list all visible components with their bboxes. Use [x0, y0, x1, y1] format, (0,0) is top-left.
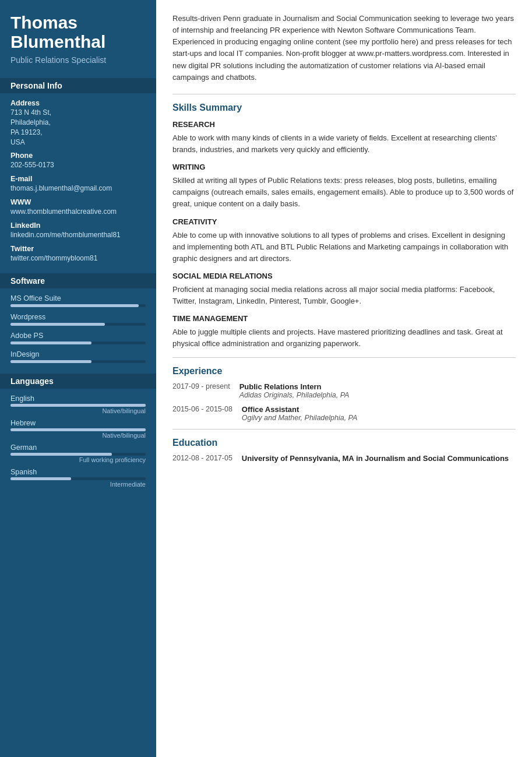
software-item: InDesign: [10, 350, 146, 363]
software-item: Wordpress: [10, 313, 146, 326]
candidate-title: Public Relations Specialist: [10, 55, 146, 65]
software-bar-fill: [10, 323, 105, 326]
personal-info-label: WWW: [10, 198, 146, 206]
language-bar-fill: [10, 404, 146, 407]
personal-info-item: WWWwww.thomblumenthalcreative.com: [10, 198, 146, 217]
sidebar: Thomas Blumenthal Public Relations Speci…: [0, 0, 156, 757]
skills-list: RESEARCH Able to work with many kinds of…: [172, 120, 516, 350]
language-bar-bg: [10, 404, 146, 407]
divider-2: [172, 357, 516, 358]
personal-info-label: LinkedIn: [10, 221, 146, 230]
skill-title: CREATIVITY: [172, 217, 516, 226]
language-name: English: [10, 395, 146, 403]
software-items: MS Office Suite Wordpress Adobe PS InDes…: [10, 294, 146, 363]
software-name: Adobe PS: [10, 332, 146, 340]
personal-info-label: Phone: [10, 152, 146, 160]
language-bar-fill: [10, 428, 146, 431]
personal-info-item: E-mailthomas.j.blumenthal@gmail.com: [10, 175, 146, 193]
language-name: German: [10, 443, 146, 452]
software-item: MS Office Suite: [10, 294, 146, 307]
experience-company: Ogilvy and Mather, Philadelphia, PA: [242, 414, 358, 422]
divider-1: [172, 94, 516, 94]
language-items: English Native/bilingual Hebrew Native/b…: [10, 395, 146, 488]
main-content: Results-driven Penn graduate in Journali…: [156, 0, 532, 757]
personal-info-label: Address: [10, 99, 146, 107]
language-bar-fill: [10, 477, 71, 480]
language-name: Hebrew: [10, 419, 146, 427]
software-name: InDesign: [10, 350, 146, 358]
experience-detail: Office Assistant Ogilvy and Mather, Phil…: [242, 405, 358, 422]
language-level: Intermediate: [10, 481, 146, 488]
personal-info-header: Personal Info: [0, 78, 156, 93]
software-bar-bg: [10, 304, 146, 307]
personal-info-item: Phone202-555-0173: [10, 152, 146, 170]
skill-section: SOCIAL MEDIA RELATIONS Proficient at man…: [172, 272, 516, 307]
software-bar-bg: [10, 360, 146, 363]
personal-info-value: twitter.com/thommybloom81: [10, 253, 146, 263]
experience-date: 2017-09 - present: [172, 382, 230, 399]
skills-summary-title: Skills Summary: [172, 103, 516, 113]
skill-section: WRITING Skilled at writing all types of …: [172, 163, 516, 210]
experience-row: 2015-06 - 2015-08 Office Assistant Ogilv…: [172, 405, 516, 422]
experience-date: 2015-06 - 2015-08: [172, 405, 232, 422]
personal-info-label: E-mail: [10, 175, 146, 183]
personal-info-item: LinkedInlinkedin.com/me/thomblumenthal81: [10, 221, 146, 240]
software-name: MS Office Suite: [10, 294, 146, 302]
software-item: Adobe PS: [10, 332, 146, 344]
software-name: Wordpress: [10, 313, 146, 321]
language-level: Full working proficiency: [10, 456, 146, 463]
divider-3: [172, 429, 516, 429]
language-item: English Native/bilingual: [10, 395, 146, 414]
education-row: 2012-08 - 2017-05 University of Pennsylv…: [172, 454, 516, 463]
skill-title: WRITING: [172, 163, 516, 171]
skill-desc: Proficient at managing social media rela…: [172, 284, 516, 307]
experience-row: 2017-09 - present Public Relations Inter…: [172, 382, 516, 399]
languages-section: Languages English Native/bilingual Hebre…: [10, 374, 146, 488]
languages-header: Languages: [0, 374, 156, 389]
language-item: German Full working proficiency: [10, 443, 146, 463]
education-date: 2012-08 - 2017-05: [172, 454, 232, 463]
personal-info-value: linkedin.com/me/thomblumenthal81: [10, 230, 146, 240]
personal-info-item: Twittertwitter.com/thommybloom81: [10, 245, 146, 263]
skill-title: SOCIAL MEDIA RELATIONS: [172, 272, 516, 280]
skill-desc: Able to come up with innovative solution…: [172, 230, 516, 265]
experience-title-text: Public Relations Intern: [239, 382, 350, 391]
language-level: Native/bilingual: [10, 432, 146, 439]
personal-info-value: 713 N 4th St,Philadelphia,PA 19123,USA: [10, 108, 146, 147]
software-bar-fill: [10, 360, 91, 363]
skill-section: CREATIVITY Able to come up with innovati…: [172, 217, 516, 265]
skill-section: TIME MANAGEMENT Able to juggle multiple …: [172, 314, 516, 350]
language-bar-bg: [10, 453, 146, 456]
skill-desc: Able to juggle multiple clients and proj…: [172, 326, 516, 350]
candidate-name: Thomas Blumenthal: [10, 13, 146, 51]
personal-info-value: www.thomblumenthalcreative.com: [10, 207, 146, 217]
experience-title-text: Office Assistant: [242, 405, 358, 414]
language-bar-fill: [10, 453, 112, 456]
skill-title: TIME MANAGEMENT: [172, 314, 516, 323]
experience-detail: Public Relations Intern Adidas Originals…: [239, 382, 350, 399]
language-bar-bg: [10, 428, 146, 431]
language-item: Spanish Intermediate: [10, 468, 146, 488]
software-header: Software: [0, 273, 156, 288]
skill-section: RESEARCH Able to work with many kinds of…: [172, 120, 516, 156]
skill-title: RESEARCH: [172, 120, 516, 129]
language-name: Spanish: [10, 468, 146, 476]
language-item: Hebrew Native/bilingual: [10, 419, 146, 439]
education-list: 2012-08 - 2017-05 University of Pennsylv…: [172, 454, 516, 463]
personal-info-item: Address713 N 4th St,Philadelphia,PA 1912…: [10, 99, 146, 147]
personal-info-value: thomas.j.blumenthal@gmail.com: [10, 184, 146, 193]
experience-list: 2017-09 - present Public Relations Inter…: [172, 382, 516, 422]
personal-info-fields: Address713 N 4th St,Philadelphia,PA 1912…: [10, 99, 146, 263]
language-level: Native/bilingual: [10, 407, 146, 414]
experience-title: Experience: [172, 366, 516, 376]
software-bar-bg: [10, 341, 146, 344]
language-bar-bg: [10, 477, 146, 480]
page: Thomas Blumenthal Public Relations Speci…: [0, 0, 532, 757]
summary-text: Results-driven Penn graduate in Journali…: [172, 13, 516, 83]
skill-desc: Able to work with many kinds of clients …: [172, 132, 516, 156]
personal-info-value: 202-555-0173: [10, 160, 146, 170]
skill-desc: Skilled at writing all types of Public R…: [172, 175, 516, 210]
experience-company: Adidas Originals, Philadelphia, PA: [239, 391, 350, 399]
software-bar-fill: [10, 304, 139, 307]
personal-info-section: Personal Info Address713 N 4th St,Philad…: [10, 78, 146, 263]
